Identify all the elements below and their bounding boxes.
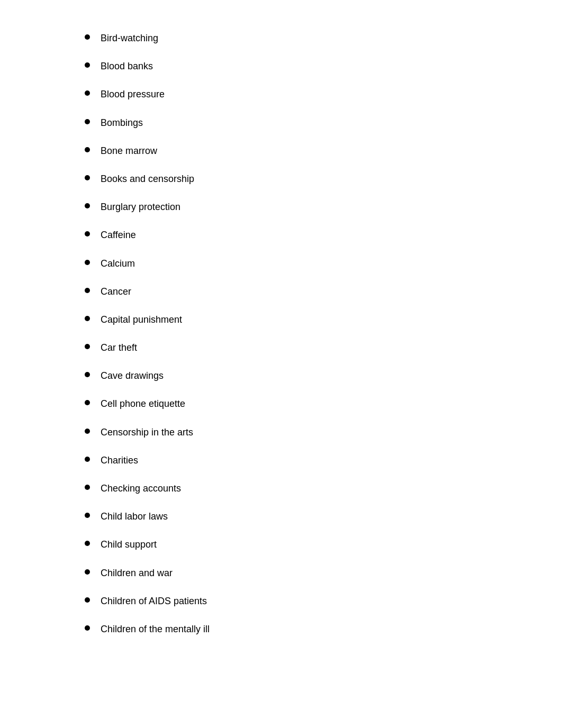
list-item: Censorship in the arts xyxy=(85,426,562,439)
list-item-label: Bird-watching xyxy=(101,32,158,45)
list-item: Child support xyxy=(85,538,562,551)
list-item: Capital punishment xyxy=(85,313,562,326)
list-item-label: Car theft xyxy=(101,341,137,354)
list-item: Caffeine xyxy=(85,229,562,242)
list-item-label: Cave drawings xyxy=(101,369,164,383)
bullet-icon xyxy=(85,62,90,68)
bullet-icon xyxy=(85,485,90,490)
bullet-icon xyxy=(85,175,90,180)
bullet-icon xyxy=(85,90,90,96)
bullet-icon xyxy=(85,231,90,236)
bullet-icon xyxy=(85,400,90,405)
list-item: Blood banks xyxy=(85,60,562,73)
list-item-label: Calcium xyxy=(101,257,135,270)
list-item-label: Caffeine xyxy=(101,229,136,242)
bullet-icon xyxy=(85,203,90,208)
list-item-label: Blood pressure xyxy=(101,88,165,101)
list-item-label: Censorship in the arts xyxy=(101,426,193,439)
list-item-label: Checking accounts xyxy=(101,482,181,495)
bullet-icon xyxy=(85,260,90,265)
list-item-label: Cell phone etiquette xyxy=(101,397,185,411)
list-item-label: Children of the mentally ill xyxy=(101,623,210,636)
list-item: Bone marrow xyxy=(85,144,562,158)
list-item: Calcium xyxy=(85,257,562,270)
list-item: Bird-watching xyxy=(85,32,562,45)
list-item: Cave drawings xyxy=(85,369,562,383)
bullet-icon xyxy=(85,457,90,462)
bullet-icon xyxy=(85,344,90,349)
list-item: Children of the mentally ill xyxy=(85,623,562,636)
list-item-label: Books and censorship xyxy=(101,172,194,186)
list-item-label: Child support xyxy=(101,538,157,551)
list-item-label: Child labor laws xyxy=(101,510,168,523)
list-item-label: Bone marrow xyxy=(101,144,157,158)
list-item-label: Burglary protection xyxy=(101,201,180,214)
list-item: Books and censorship xyxy=(85,172,562,186)
bullet-icon xyxy=(85,147,90,152)
list-item-label: Children and war xyxy=(101,567,173,580)
list-item: Bombings xyxy=(85,116,562,130)
list-item: Checking accounts xyxy=(85,482,562,495)
bullet-icon xyxy=(85,34,90,40)
list-item: Car theft xyxy=(85,341,562,354)
list-item: Burglary protection xyxy=(85,201,562,214)
bullet-icon xyxy=(85,569,90,575)
list-item: Children and war xyxy=(85,567,562,580)
bullet-icon xyxy=(85,119,90,124)
bullet-icon xyxy=(85,597,90,603)
bullet-icon xyxy=(85,429,90,434)
bullet-icon xyxy=(85,625,90,631)
list-item-label: Blood banks xyxy=(101,60,153,73)
topic-list: Bird-watchingBlood banksBlood pressureBo… xyxy=(85,32,562,636)
list-item: Cancer xyxy=(85,285,562,298)
list-item: Children of AIDS patients xyxy=(85,595,562,608)
bullet-icon xyxy=(85,372,90,377)
list-item-label: Cancer xyxy=(101,285,131,298)
list-item-label: Bombings xyxy=(101,116,143,130)
list-item: Blood pressure xyxy=(85,88,562,101)
bullet-icon xyxy=(85,288,90,293)
list-item: Charities xyxy=(85,454,562,467)
list-item-label: Capital punishment xyxy=(101,313,182,326)
list-item-label: Charities xyxy=(101,454,138,467)
list-item: Child labor laws xyxy=(85,510,562,523)
bullet-icon xyxy=(85,316,90,321)
list-item: Cell phone etiquette xyxy=(85,397,562,411)
bullet-icon xyxy=(85,541,90,546)
bullet-icon xyxy=(85,513,90,518)
list-item-label: Children of AIDS patients xyxy=(101,595,207,608)
